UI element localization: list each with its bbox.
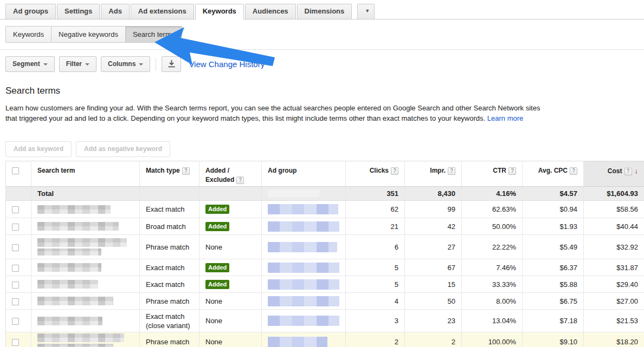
cell-checkbox: [6, 332, 31, 347]
cell-ctr: 13.04%: [462, 310, 523, 332]
cell-clicks: 21: [346, 218, 405, 235]
cell-cpc: $7.18: [523, 310, 584, 332]
col-header-cost[interactable]: Cost?↓: [584, 161, 644, 187]
cell-search-term: [31, 218, 140, 235]
row-checkbox[interactable]: [12, 265, 19, 272]
tab-settings[interactable]: Settings: [57, 4, 100, 19]
help-icon[interactable]: ?: [570, 167, 577, 175]
cell-search-term: [31, 201, 140, 218]
help-icon[interactable]: ?: [448, 167, 455, 175]
col-header-search-term: Search term: [31, 161, 140, 187]
cell-checkbox: [6, 259, 31, 276]
table-header-row: Search termMatch type?Added / Excluded?A…: [6, 161, 644, 187]
cell-cpc: $0.94: [523, 201, 584, 218]
column-label: CTR: [493, 167, 506, 174]
add-as-negative-keyword-button[interactable]: Add as negative keyword: [76, 141, 170, 157]
redacted-search-term: [37, 344, 113, 347]
redacted-search-term: [37, 280, 98, 289]
row-checkbox[interactable]: [12, 206, 19, 213]
cell-cost: $29.40: [584, 276, 644, 293]
cell-impr: 8,430: [405, 187, 462, 201]
column-label: Avg. CPC: [538, 167, 568, 174]
cell-cost: $32.92: [584, 235, 644, 259]
toolbar-divider: [156, 58, 156, 71]
redacted-ad-group: [268, 263, 339, 273]
subtab-search-terms[interactable]: Search terms: [126, 26, 182, 43]
search-terms-table: Search termMatch type?Added / Excluded?A…: [5, 161, 644, 347]
cell-search-term: [31, 332, 140, 347]
row-checkbox[interactable]: [12, 281, 19, 289]
tab-ad-extensions[interactable]: Ad extensions: [131, 4, 194, 19]
column-label: Impr.: [430, 167, 446, 174]
tab-dimensions[interactable]: Dimensions: [297, 4, 352, 19]
help-icon[interactable]: ?: [624, 168, 632, 175]
cell-clicks: 6: [346, 235, 405, 259]
tab-ad-groups[interactable]: Ad groups: [5, 4, 56, 19]
action-bar: Add as keyword Add as negative keyword: [5, 141, 644, 157]
cell-clicks: 2: [346, 332, 405, 347]
download-button[interactable]: [162, 56, 181, 72]
row-checkbox[interactable]: [12, 224, 19, 231]
cell-search-term: [31, 235, 140, 259]
redacted-search-term: [37, 222, 119, 231]
col-header-select-all[interactable]: [6, 161, 31, 187]
subtab-keywords[interactable]: Keywords: [5, 26, 51, 43]
redacted-search-term: [37, 297, 113, 305]
cell-clicks: 5: [346, 276, 405, 293]
cell-impr: 67: [405, 259, 462, 276]
cell-match-type: Exact match: [140, 259, 199, 276]
row-checkbox[interactable]: [12, 318, 19, 325]
select-all-checkbox[interactable]: [12, 167, 19, 174]
tab-ads[interactable]: Ads: [101, 4, 130, 19]
filter-button[interactable]: Filter: [59, 56, 96, 72]
col-header-clicks: Clicks?: [346, 161, 405, 187]
description-text: Learn how customers are finding your ad.…: [5, 104, 540, 122]
redacted-search-term: [37, 263, 101, 272]
subtab-negative-keywords[interactable]: Negative keywords: [51, 26, 126, 43]
cell-ctr: 22.22%: [462, 235, 523, 259]
cell-cpc: $6.37: [523, 259, 584, 276]
redacted-ad-group: [268, 221, 339, 232]
redacted-ad-group: [268, 204, 338, 214]
row-checkbox[interactable]: [12, 339, 19, 346]
total-row: Total3518,4304.16%$4.57$1,604.93: [6, 187, 644, 201]
tab-audiences[interactable]: Audiences: [245, 4, 296, 19]
cell-ad-group: [262, 235, 346, 259]
column-label: Added / Excluded: [205, 167, 234, 184]
cell-match-type: Phrase match: [140, 332, 199, 347]
more-tabs-button[interactable]: ▼: [357, 4, 375, 19]
cell-ad-group: [262, 293, 346, 310]
cell-ctr: 33.33%: [462, 276, 523, 293]
cell-cost: $27.00: [584, 293, 644, 310]
cell-cpc: $5.49: [523, 235, 584, 259]
help-icon[interactable]: ?: [508, 167, 516, 175]
cell-checkbox: [6, 218, 31, 235]
col-header-added-excluded: Added / Excluded?: [199, 161, 262, 187]
tab-keywords[interactable]: Keywords: [195, 4, 244, 19]
learn-more-link[interactable]: Learn more: [487, 114, 523, 122]
cell-added-excluded: None: [199, 293, 262, 310]
cell-match-type: [140, 187, 199, 201]
redacted-search-term: [37, 333, 124, 342]
row-checkbox[interactable]: [12, 298, 19, 305]
help-icon[interactable]: ?: [182, 167, 190, 175]
columns-button[interactable]: Columns: [101, 56, 150, 72]
col-header-impr: Impr.?: [405, 161, 462, 187]
cell-cost: $1,604.93: [584, 187, 644, 201]
cell-total-label: Total: [31, 187, 140, 201]
view-change-history-link[interactable]: View Change History: [189, 60, 265, 69]
segment-button[interactable]: Segment: [5, 56, 55, 72]
cell-ad-group: [262, 259, 346, 276]
column-label: Cost: [608, 167, 622, 175]
column-label: Clicks: [370, 167, 389, 174]
help-icon[interactable]: ?: [391, 167, 398, 175]
redacted-ad-group: [268, 337, 327, 347]
added-badge: Added: [205, 280, 229, 289]
cell-ad-group: [262, 332, 346, 347]
add-as-keyword-button[interactable]: Add as keyword: [5, 141, 72, 157]
cell-match-type: Broad match: [140, 218, 199, 235]
help-icon[interactable]: ?: [236, 176, 244, 184]
cell-ctr: 50.00%: [462, 218, 523, 235]
download-icon: [168, 60, 175, 68]
row-checkbox[interactable]: [12, 244, 19, 251]
